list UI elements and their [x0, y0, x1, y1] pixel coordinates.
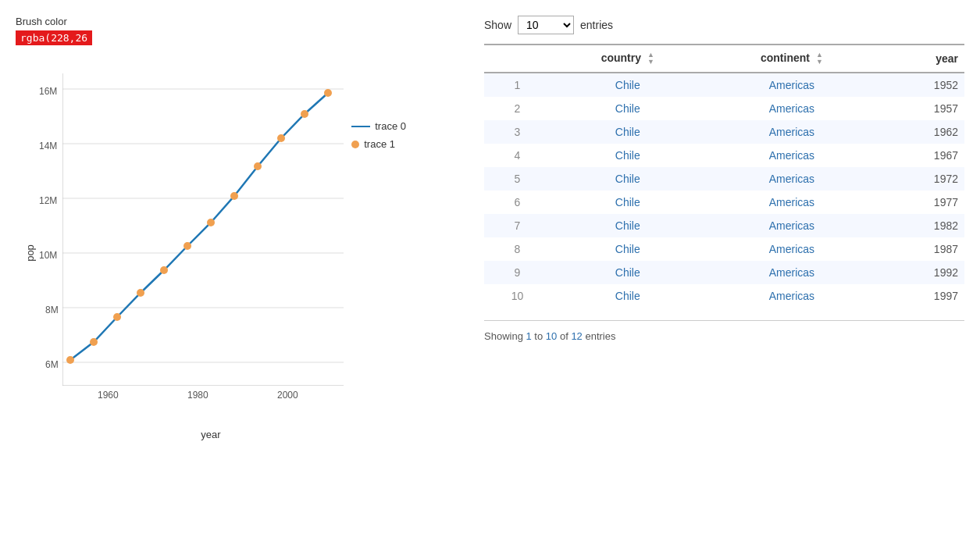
- right-panel: Show 10 25 50 100 entries country ▲▼ con…: [484, 16, 964, 448]
- footer-from: 1: [526, 330, 531, 342]
- table-controls: Show 10 25 50 100 entries: [484, 16, 964, 34]
- chart-container: pop: [16, 58, 406, 448]
- y-tick-14m: 14M: [39, 141, 57, 151]
- legend-trace1-label: trace 1: [364, 138, 395, 150]
- svg-point-10: [113, 313, 121, 321]
- svg-point-19: [324, 89, 332, 97]
- chart-svg: [62, 73, 344, 386]
- svg-point-15: [230, 192, 238, 200]
- y-tick-12m: 12M: [39, 195, 57, 206]
- cell-continent: Americas: [705, 97, 879, 120]
- cell-year: 1957: [878, 97, 964, 120]
- cell-country: Chile: [551, 73, 705, 97]
- col-continent[interactable]: continent ▲▼: [705, 45, 879, 73]
- cell-country: Chile: [551, 214, 705, 237]
- brush-color-value: rgba(228,26: [16, 30, 92, 45]
- cell-country: Chile: [551, 261, 705, 284]
- cell-continent: Americas: [705, 191, 879, 214]
- table-footer: Showing 1 to 10 of 12 entries: [484, 320, 964, 342]
- legend-line-trace0: [351, 126, 370, 127]
- x-tick-1980: 1980: [187, 390, 208, 401]
- cell-num: 1: [484, 73, 551, 97]
- cell-year: 1992: [878, 261, 964, 284]
- cell-continent: Americas: [705, 144, 879, 167]
- svg-point-12: [160, 266, 168, 274]
- table-body: 1 Chile Americas 1952 2 Chile Americas 1…: [484, 73, 964, 308]
- table-header-row: country ▲▼ continent ▲▼ year: [484, 45, 964, 73]
- cell-num: 8: [484, 237, 551, 261]
- chart-legend: trace 0 trace 1: [351, 120, 406, 150]
- cell-year: 1962: [878, 120, 964, 144]
- y-tick-16m: 16M: [39, 86, 57, 97]
- table-row: 1 Chile Americas 1952: [484, 73, 964, 97]
- cell-year: 1982: [878, 214, 964, 237]
- table-row: 9 Chile Americas 1992: [484, 261, 964, 284]
- y-tick-6m: 6M: [45, 359, 59, 370]
- table-row: 2 Chile Americas 1957: [484, 97, 964, 120]
- footer-of-label: of: [560, 330, 571, 342]
- cell-country: Chile: [551, 237, 705, 261]
- col-year[interactable]: year: [878, 45, 964, 73]
- table-row: 4 Chile Americas 1967: [484, 144, 964, 167]
- cell-country: Chile: [551, 167, 705, 191]
- svg-point-17: [277, 134, 285, 142]
- continent-sort-icon[interactable]: ▲▼: [816, 52, 823, 66]
- cell-country: Chile: [551, 120, 705, 144]
- svg-point-8: [66, 356, 74, 364]
- x-tick-1960: 1960: [98, 390, 119, 401]
- footer-suffix: entries: [585, 330, 615, 342]
- cell-continent: Americas: [705, 120, 879, 144]
- cell-year: 1952: [878, 73, 964, 97]
- col-country[interactable]: country ▲▼: [551, 45, 705, 73]
- footer-total: 12: [571, 330, 582, 342]
- cell-year: 1987: [878, 237, 964, 261]
- cell-num: 9: [484, 261, 551, 284]
- brush-color-label: Brush color: [16, 16, 453, 27]
- cell-continent: Americas: [705, 73, 879, 97]
- y-tick-10m: 10M: [39, 250, 57, 261]
- cell-num: 3: [484, 120, 551, 144]
- cell-continent: Americas: [705, 261, 879, 284]
- left-panel: Brush color rgba(228,26 pop: [16, 16, 453, 448]
- cell-continent: Americas: [705, 214, 879, 237]
- cell-num: 6: [484, 191, 551, 214]
- country-sort-icon[interactable]: ▲▼: [647, 52, 654, 66]
- footer-to-label: to: [534, 330, 545, 342]
- table-row: 7 Chile Americas 1982: [484, 214, 964, 237]
- cell-country: Chile: [551, 284, 705, 308]
- cell-country: Chile: [551, 97, 705, 120]
- cell-continent: Americas: [705, 237, 879, 261]
- cell-num: 2: [484, 97, 551, 120]
- svg-point-16: [254, 162, 262, 170]
- legend-trace0: trace 0: [351, 120, 406, 132]
- svg-point-9: [90, 338, 98, 346]
- table-row: 6 Chile Americas 1977: [484, 191, 964, 214]
- svg-point-18: [301, 110, 308, 118]
- cell-continent: Americas: [705, 284, 879, 308]
- cell-country: Chile: [551, 191, 705, 214]
- y-axis-label: pop: [24, 244, 36, 262]
- entries-label: entries: [580, 19, 613, 31]
- cell-continent: Americas: [705, 167, 879, 191]
- data-table: country ▲▼ continent ▲▼ year 1 Chile Ame…: [484, 44, 964, 308]
- entries-select[interactable]: 10 25 50 100: [518, 16, 574, 34]
- svg-point-14: [207, 219, 215, 226]
- cell-year: 1977: [878, 191, 964, 214]
- svg-point-11: [137, 289, 144, 297]
- col-num: [484, 45, 551, 73]
- cell-year: 1997: [878, 284, 964, 308]
- footer-showing: Showing: [484, 330, 526, 342]
- svg-point-13: [184, 242, 191, 250]
- show-label: Show: [484, 19, 511, 31]
- cell-year: 1967: [878, 144, 964, 167]
- table-row: 10 Chile Americas 1997: [484, 284, 964, 308]
- legend-trace0-label: trace 0: [375, 120, 406, 132]
- cell-num: 5: [484, 167, 551, 191]
- y-tick-8m: 8M: [45, 305, 59, 315]
- x-axis-label: year: [201, 429, 220, 440]
- table-row: 5 Chile Americas 1972: [484, 167, 964, 191]
- cell-num: 4: [484, 144, 551, 167]
- legend-trace1: trace 1: [351, 138, 406, 150]
- x-tick-2000: 2000: [277, 390, 298, 401]
- legend-dot-trace1: [351, 141, 359, 148]
